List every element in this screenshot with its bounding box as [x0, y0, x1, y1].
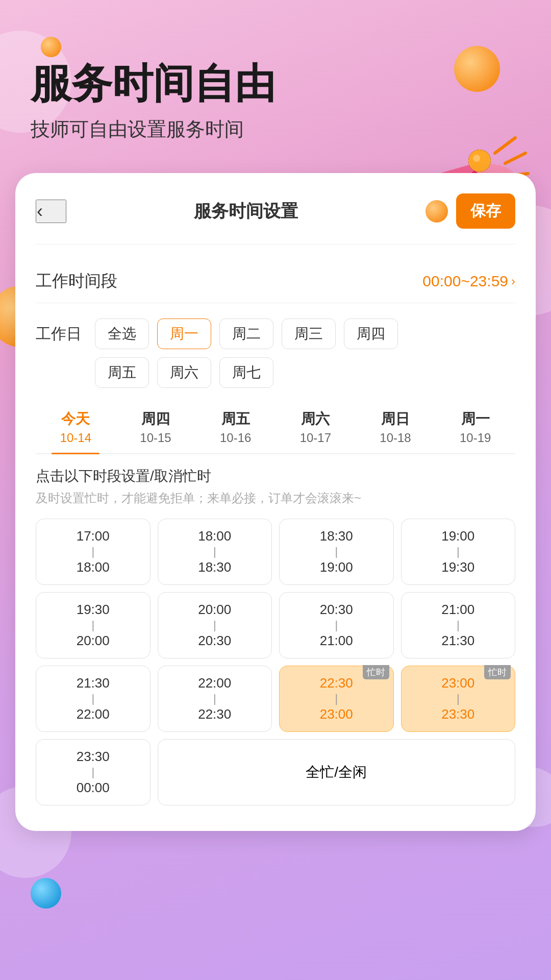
- date-tab-5[interactable]: 周一 10-19: [435, 403, 515, 453]
- time-slot-3[interactable]: 19:00 | 19:30: [401, 519, 516, 585]
- day-btn-sat[interactable]: 周六: [157, 357, 211, 388]
- work-hours-value[interactable]: 00:00~23:59 ›: [422, 273, 515, 290]
- workday-label: 工作日: [36, 324, 87, 345]
- card-header: ‹ 服务时间设置 保存: [36, 193, 515, 244]
- date-tabs: 今天 10-14 周四 10-15 周五 10-16 周六 10-17 周日 1…: [36, 403, 515, 454]
- card-title: 服务时间设置: [66, 200, 425, 223]
- time-slot-12[interactable]: 23:30 | 00:00: [36, 739, 151, 805]
- work-hours-label: 工作时间段: [36, 270, 117, 292]
- time-slot-6[interactable]: 20:30 | 21:00: [279, 592, 394, 658]
- deco-circle-blue: [31, 878, 61, 909]
- save-button[interactable]: 保存: [456, 193, 515, 229]
- main-card: ‹ 服务时间设置 保存 工作时间段 00:00~23:59 › 工作日 全选 周…: [15, 173, 536, 831]
- workday-row1: 工作日 全选 周一 周二 周三 周四: [36, 318, 515, 349]
- time-slot-7[interactable]: 21:00 | 21:30: [401, 592, 516, 658]
- chevron-right-icon: ›: [511, 274, 515, 288]
- day-btn-mon[interactable]: 周一: [157, 318, 211, 349]
- date-tab-0[interactable]: 今天 10-14: [36, 403, 116, 453]
- header-right: 保存: [425, 193, 515, 229]
- day-btn-sun[interactable]: 周七: [219, 357, 273, 388]
- day-btn-thu[interactable]: 周四: [344, 318, 398, 349]
- day-btn-fri[interactable]: 周五: [95, 357, 149, 388]
- date-tab-2[interactable]: 周五 10-16: [195, 403, 276, 453]
- time-slot-4[interactable]: 19:30 | 20:00: [36, 592, 151, 658]
- time-slot-8[interactable]: 21:30 | 22:00: [36, 666, 151, 732]
- workday-row2: 周五 周六 周七: [95, 357, 515, 388]
- time-slots-grid: 17:00 | 18:00 18:00 | 18:30 18:30 | 19:0…: [36, 519, 515, 805]
- time-slot-1[interactable]: 18:00 | 18:30: [158, 519, 272, 585]
- time-slot-11[interactable]: 忙时 23:00 | 23:30: [401, 666, 516, 732]
- instruction-section: 点击以下时段设置/取消忙时 及时设置忙时，才能避免拒单；来单必接，订单才会滚滚来…: [36, 467, 515, 506]
- time-slot-0[interactable]: 17:00 | 18:00: [36, 519, 151, 585]
- day-btn-wed[interactable]: 周三: [282, 318, 336, 349]
- date-tab-3[interactable]: 周六 10-17: [276, 403, 356, 453]
- time-slot-2[interactable]: 18:30 | 19:00: [279, 519, 394, 585]
- svg-point-5: [473, 155, 480, 162]
- date-tab-4[interactable]: 周日 10-18: [356, 403, 436, 453]
- date-tab-1[interactable]: 周四 10-15: [116, 403, 196, 453]
- workday-section: 工作日 全选 周一 周二 周三 周四 周五 周六 周七: [36, 318, 515, 388]
- hero-title: 服务时间自由: [31, 61, 520, 106]
- day-btn-tue[interactable]: 周二: [219, 318, 273, 349]
- work-hours-time: 00:00~23:59: [422, 273, 508, 290]
- day-btn-all[interactable]: 全选: [95, 318, 149, 349]
- time-slot-10[interactable]: 忙时 22:30 | 23:00: [279, 666, 394, 732]
- time-slot-9[interactable]: 22:00 | 22:30: [158, 666, 272, 732]
- instruction-title: 点击以下时段设置/取消忙时: [36, 467, 515, 486]
- instruction-subtitle: 及时设置忙时，才能避免拒单；来单必接，订单才会滚滚来~: [36, 490, 515, 506]
- work-hours-row[interactable]: 工作时间段 00:00~23:59 ›: [36, 260, 515, 303]
- time-slot-all-toggle[interactable]: 全忙/全闲: [158, 739, 516, 805]
- svg-line-6: [495, 138, 515, 153]
- svg-point-4: [468, 150, 491, 172]
- back-button[interactable]: ‹: [36, 200, 66, 223]
- header-ball-decoration: [425, 200, 448, 223]
- time-slot-5[interactable]: 20:00 | 20:30: [158, 592, 272, 658]
- svg-line-7: [505, 153, 525, 163]
